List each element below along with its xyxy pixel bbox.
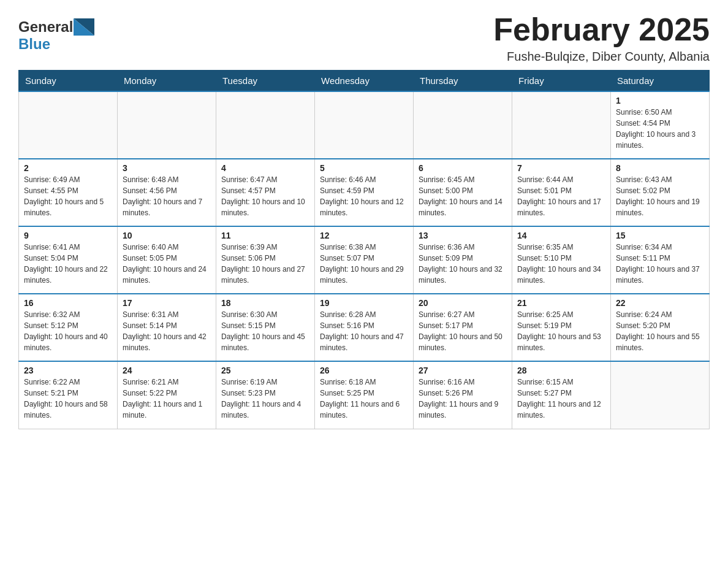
day-header-wednesday: Wednesday: [315, 71, 414, 92]
calendar-cell: 16Sunrise: 6:32 AMSunset: 5:12 PMDayligh…: [19, 294, 118, 361]
day-info: Sunrise: 6:25 AMSunset: 5:19 PMDaylight:…: [517, 309, 605, 353]
day-info: Sunrise: 6:16 AMSunset: 5:26 PMDaylight:…: [419, 377, 507, 421]
calendar-cell: 12Sunrise: 6:38 AMSunset: 5:07 PMDayligh…: [315, 226, 414, 294]
day-info: Sunrise: 6:36 AMSunset: 5:09 PMDaylight:…: [419, 242, 507, 286]
day-info: Sunrise: 6:45 AMSunset: 5:00 PMDaylight:…: [419, 174, 507, 218]
day-info: Sunrise: 6:41 AMSunset: 5:04 PMDaylight:…: [24, 242, 112, 286]
day-header-friday: Friday: [512, 71, 611, 92]
day-number: 16: [24, 298, 112, 308]
calendar-cell: 23Sunrise: 6:22 AMSunset: 5:21 PMDayligh…: [19, 361, 118, 429]
calendar-cell: 2Sunrise: 6:49 AMSunset: 4:55 PMDaylight…: [19, 159, 118, 226]
calendar-cell: [414, 91, 512, 159]
day-info: Sunrise: 6:35 AMSunset: 5:10 PMDaylight:…: [517, 242, 605, 286]
day-info: Sunrise: 6:39 AMSunset: 5:06 PMDaylight:…: [221, 242, 309, 286]
day-number: 4: [221, 163, 309, 173]
day-info: Sunrise: 6:30 AMSunset: 5:15 PMDaylight:…: [221, 309, 309, 353]
day-number: 6: [419, 163, 507, 173]
calendar-cell: [19, 91, 118, 159]
day-number: 14: [517, 231, 605, 240]
day-info: Sunrise: 6:49 AMSunset: 4:55 PMDaylight:…: [24, 174, 112, 218]
day-info: Sunrise: 6:32 AMSunset: 5:12 PMDaylight:…: [24, 309, 112, 353]
day-header-monday: Monday: [118, 71, 216, 92]
day-number: 15: [616, 231, 704, 240]
day-number: 27: [419, 366, 507, 375]
day-number: 25: [221, 366, 309, 375]
calendar-cell: 3Sunrise: 6:48 AMSunset: 4:56 PMDaylight…: [118, 159, 216, 226]
calendar-cell: 5Sunrise: 6:46 AMSunset: 4:59 PMDaylight…: [315, 159, 414, 226]
calendar-week-row: 1Sunrise: 6:50 AMSunset: 4:54 PMDaylight…: [19, 91, 710, 159]
day-number: 8: [616, 163, 704, 173]
day-info: Sunrise: 6:28 AMSunset: 5:16 PMDaylight:…: [320, 309, 408, 353]
calendar-cell: 17Sunrise: 6:31 AMSunset: 5:14 PMDayligh…: [118, 294, 216, 361]
calendar-cell: 13Sunrise: 6:36 AMSunset: 5:09 PMDayligh…: [414, 226, 512, 294]
calendar-subtitle: Fushe-Bulqize, Diber County, Albania: [493, 50, 710, 64]
day-info: Sunrise: 6:43 AMSunset: 5:02 PMDaylight:…: [616, 174, 704, 218]
day-number: 12: [320, 231, 408, 240]
calendar-cell: 9Sunrise: 6:41 AMSunset: 5:04 PMDaylight…: [19, 226, 118, 294]
calendar-cell: 28Sunrise: 6:15 AMSunset: 5:27 PMDayligh…: [512, 361, 611, 429]
logo-flag-icon: [74, 18, 94, 36]
day-number: 22: [616, 298, 704, 308]
day-info: Sunrise: 6:47 AMSunset: 4:57 PMDaylight:…: [221, 174, 309, 218]
day-number: 23: [24, 366, 112, 375]
calendar-cell: [118, 91, 216, 159]
calendar-cell: 22Sunrise: 6:24 AMSunset: 5:20 PMDayligh…: [611, 294, 710, 361]
calendar-cell: 15Sunrise: 6:34 AMSunset: 5:11 PMDayligh…: [611, 226, 710, 294]
day-number: 28: [517, 366, 605, 375]
calendar-cell: 4Sunrise: 6:47 AMSunset: 4:57 PMDaylight…: [216, 159, 315, 226]
calendar-table: SundayMondayTuesdayWednesdayThursdayFrid…: [18, 70, 710, 429]
day-number: 1: [616, 96, 704, 105]
day-info: Sunrise: 6:44 AMSunset: 5:01 PMDaylight:…: [517, 174, 605, 218]
title-block: February 2025 Fushe-Bulqize, Diber Count…: [493, 12, 710, 64]
calendar-week-row: 23Sunrise: 6:22 AMSunset: 5:21 PMDayligh…: [19, 361, 710, 429]
day-header-saturday: Saturday: [611, 71, 710, 92]
page-header: General Blue February 2025 Fushe-Bulqize…: [18, 12, 710, 64]
day-number: 17: [123, 298, 211, 308]
calendar-cell: 21Sunrise: 6:25 AMSunset: 5:19 PMDayligh…: [512, 294, 611, 361]
calendar-cell: [512, 91, 611, 159]
day-info: Sunrise: 6:21 AMSunset: 5:22 PMDaylight:…: [123, 377, 211, 421]
calendar-cell: [315, 91, 414, 159]
calendar-week-row: 16Sunrise: 6:32 AMSunset: 5:12 PMDayligh…: [19, 294, 710, 361]
day-info: Sunrise: 6:24 AMSunset: 5:20 PMDaylight:…: [616, 309, 704, 353]
day-number: 2: [24, 163, 112, 173]
calendar-header-row: SundayMondayTuesdayWednesdayThursdayFrid…: [19, 71, 710, 92]
day-number: 19: [320, 298, 408, 308]
day-info: Sunrise: 6:18 AMSunset: 5:25 PMDaylight:…: [320, 377, 408, 421]
day-info: Sunrise: 6:48 AMSunset: 4:56 PMDaylight:…: [123, 174, 211, 218]
day-info: Sunrise: 6:15 AMSunset: 5:27 PMDaylight:…: [517, 377, 605, 421]
calendar-cell: 25Sunrise: 6:19 AMSunset: 5:23 PMDayligh…: [216, 361, 315, 429]
logo: General Blue: [18, 18, 95, 53]
day-info: Sunrise: 6:46 AMSunset: 4:59 PMDaylight:…: [320, 174, 408, 218]
day-number: 7: [517, 163, 605, 173]
day-number: 11: [221, 231, 309, 240]
day-number: 10: [123, 231, 211, 240]
calendar-cell: [611, 361, 710, 429]
day-header-tuesday: Tuesday: [216, 71, 315, 92]
day-number: 13: [419, 231, 507, 240]
day-number: 21: [517, 298, 605, 308]
calendar-week-row: 9Sunrise: 6:41 AMSunset: 5:04 PMDaylight…: [19, 226, 710, 294]
calendar-cell: 27Sunrise: 6:16 AMSunset: 5:26 PMDayligh…: [414, 361, 512, 429]
day-number: 18: [221, 298, 309, 308]
day-number: 20: [419, 298, 507, 308]
day-number: 24: [123, 366, 211, 375]
calendar-cell: 18Sunrise: 6:30 AMSunset: 5:15 PMDayligh…: [216, 294, 315, 361]
day-info: Sunrise: 6:31 AMSunset: 5:14 PMDaylight:…: [123, 309, 211, 353]
calendar-cell: 7Sunrise: 6:44 AMSunset: 5:01 PMDaylight…: [512, 159, 611, 226]
day-info: Sunrise: 6:22 AMSunset: 5:21 PMDaylight:…: [24, 377, 112, 421]
day-info: Sunrise: 6:34 AMSunset: 5:11 PMDaylight:…: [616, 242, 704, 286]
day-info: Sunrise: 6:40 AMSunset: 5:05 PMDaylight:…: [123, 242, 211, 286]
day-number: 26: [320, 366, 408, 375]
day-info: Sunrise: 6:19 AMSunset: 5:23 PMDaylight:…: [221, 377, 309, 421]
day-info: Sunrise: 6:27 AMSunset: 5:17 PMDaylight:…: [419, 309, 507, 353]
calendar-cell: 20Sunrise: 6:27 AMSunset: 5:17 PMDayligh…: [414, 294, 512, 361]
calendar-cell: 19Sunrise: 6:28 AMSunset: 5:16 PMDayligh…: [315, 294, 414, 361]
calendar-cell: 24Sunrise: 6:21 AMSunset: 5:22 PMDayligh…: [118, 361, 216, 429]
logo-general-text: General: [18, 18, 73, 36]
calendar-week-row: 2Sunrise: 6:49 AMSunset: 4:55 PMDaylight…: [19, 159, 710, 226]
calendar-cell: [216, 91, 315, 159]
day-info: Sunrise: 6:38 AMSunset: 5:07 PMDaylight:…: [320, 242, 408, 286]
day-number: 5: [320, 163, 408, 173]
logo-blue-text: Blue: [18, 36, 50, 52]
